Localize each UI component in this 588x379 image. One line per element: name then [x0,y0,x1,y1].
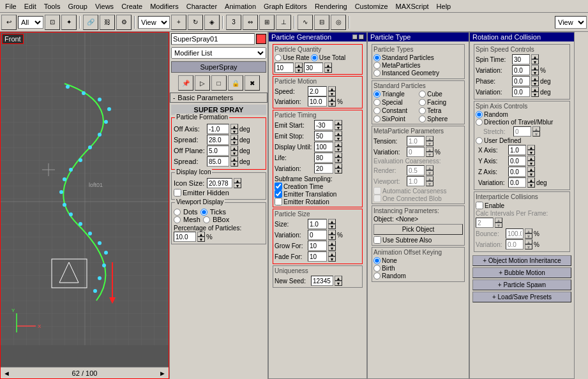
menu-graph-editors[interactable]: Graph Editors [260,2,311,11]
x-axis-spinner[interactable]: ▲▼ [527,145,535,155]
y-axis-spinner[interactable]: ▲▼ [527,156,535,166]
display-until-input[interactable] [314,142,333,152]
life-input[interactable] [314,152,333,163]
toolbar-mirror[interactable]: ⇔ [243,15,258,30]
grow-for-spinner[interactable]: ▲▼ [328,241,336,251]
special-radio[interactable] [373,99,381,106]
enable-check[interactable] [476,202,483,209]
toolbar-rotate[interactable]: ↻ [188,15,203,30]
spin-time-input[interactable] [512,54,530,64]
life-spinner[interactable]: ▲▼ [335,152,342,163]
user-defined-radio[interactable] [476,137,483,144]
timing-variation-input[interactable] [314,163,333,174]
icon-size-input[interactable] [207,178,232,188]
basic-params-rollout[interactable]: - Basic Parameters [170,93,268,103]
creation-time-check[interactable] [275,182,282,190]
menu-file[interactable]: File [1,2,20,11]
phase-variation-input[interactable] [512,87,530,97]
pg-close[interactable] [359,34,364,40]
ticks-radio[interactable] [200,209,207,216]
total-spinner[interactable]: ▲▼ [324,63,332,73]
birth-radio[interactable] [373,265,381,272]
meta-radio[interactable] [373,62,381,69]
color-swatch[interactable] [256,34,266,44]
spin-variation-spinner[interactable]: ▲▼ [531,65,539,75]
toolbar-material[interactable]: ◎ [331,15,346,30]
size-variation-spinner[interactable]: ▲▼ [328,230,336,240]
menu-help[interactable]: Help [433,2,455,11]
constant-radio[interactable] [373,107,381,114]
off-plane-input[interactable] [207,145,229,156]
triangle-radio[interactable] [373,91,381,98]
viewport2-input[interactable] [407,176,425,186]
viewport-nav-right[interactable]: ► [159,369,166,377]
phase-input[interactable] [512,76,530,86]
toolbar-btn3[interactable]: 3 [226,15,241,30]
calc-input[interactable] [476,218,494,228]
toolbar-transform[interactable]: + [171,15,186,30]
emit-stop-input[interactable] [314,131,333,141]
emit-start-input[interactable] [314,120,333,130]
meta-variation-input[interactable] [407,147,425,157]
grow-for-input[interactable] [308,241,327,251]
menu-edit[interactable]: Edit [20,2,40,11]
emitter-hidden-check[interactable] [174,189,181,197]
toolbar-all-select[interactable]: All [18,16,43,29]
emit-start-spinner[interactable]: ▲▼ [335,120,342,130]
object-motion-btn[interactable]: + Object Motion Inheritance [472,255,571,266]
facing-radio[interactable] [419,99,426,106]
spin-random-radio[interactable] [476,111,483,118]
menu-modifiers[interactable]: Modifiers [146,2,183,11]
cmd-x[interactable]: ✖ [245,75,260,91]
display-until-spinner[interactable]: ▲▼ [335,142,342,152]
total-input[interactable] [304,63,323,73]
speed-spinner[interactable]: ▲▼ [328,86,336,96]
off-axis-spinner[interactable]: ▲▼ [230,124,238,134]
menu-tools[interactable]: Tools [40,2,64,11]
tension-input[interactable] [407,136,425,146]
percentage-spinner[interactable]: ▲▼ [197,232,205,242]
fade-for-input[interactable] [308,251,327,262]
menu-customize[interactable]: Customize [351,2,392,11]
pick-object-btn[interactable]: Pick Object [373,224,463,235]
z-axis-spinner[interactable]: ▲▼ [527,167,535,177]
tetra-radio[interactable] [419,107,426,114]
one-connected-check[interactable] [373,195,381,202]
toolbar-unlink[interactable]: ⛓ [100,15,115,30]
seed-input[interactable] [311,276,333,286]
standard-radio[interactable] [373,54,381,61]
seed-spinner[interactable]: ▲▼ [335,276,342,286]
collision-variation-input[interactable] [506,239,524,249]
percentage-input[interactable] [174,232,196,242]
cmd-triangle[interactable]: ▷ [195,75,210,91]
toolbar-view-select[interactable]: View [138,16,170,29]
menu-rendering[interactable]: Rendering [311,2,351,11]
use-total-radio[interactable] [311,54,318,61]
icon-size-spinner[interactable]: ▲▼ [234,178,241,188]
toolbar-bind[interactable]: ⚙ [116,15,132,30]
spin-time-spinner[interactable]: ▲▼ [531,54,539,64]
spread2-spinner[interactable]: ▲▼ [230,156,238,167]
auto-coarseness-check[interactable] [373,187,381,195]
speed-input[interactable] [308,86,327,96]
menu-character[interactable]: Character [183,2,221,11]
cmd-box[interactable]: □ [211,75,227,91]
bbox-radio[interactable] [203,216,210,223]
stretch-input[interactable] [513,126,531,137]
toolbar-select[interactable]: ⊡ [45,15,60,30]
direction-radio[interactable] [476,119,483,126]
modifier-list-select[interactable]: Modifier List [171,47,266,59]
x-axis-input[interactable] [508,145,526,155]
bounce-input[interactable] [506,228,524,239]
fade-for-spinner[interactable]: ▲▼ [328,251,336,262]
z-axis-input[interactable] [508,167,526,177]
spread1-input[interactable] [207,135,229,145]
toolbar-link[interactable]: 🔗 [83,15,98,30]
rate-input[interactable] [275,63,294,73]
emitter-rotation-check[interactable] [275,198,282,205]
render-input[interactable] [407,165,425,175]
motion-variation-spinner[interactable]: ▲▼ [328,96,336,107]
menu-views[interactable]: Views [91,2,117,11]
off-plane-spinner[interactable]: ▲▼ [230,145,238,156]
mesh-radio[interactable] [174,216,181,223]
